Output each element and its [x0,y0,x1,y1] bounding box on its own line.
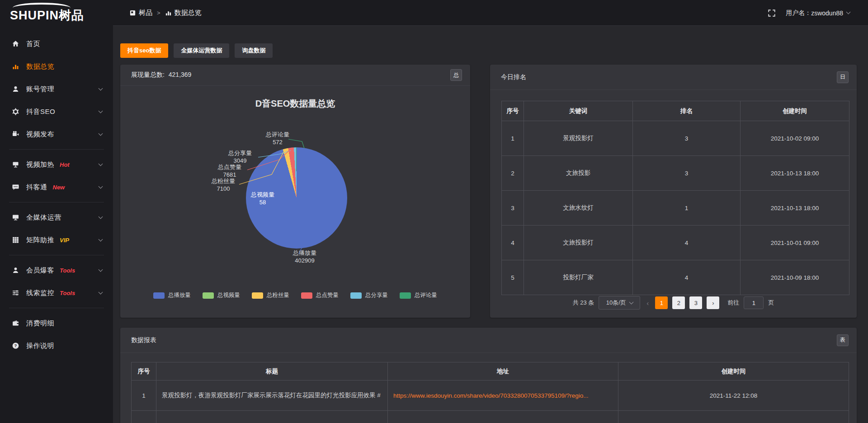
sidebar-item-douketong[interactable]: 抖客通 New [0,176,113,198]
legend-label: 总分享量 [365,291,388,299]
cell-index: 5 [502,260,524,295]
cell-keyword: 文旅投影 [524,156,633,191]
breadcrumb-root[interactable]: 树品 [129,9,152,17]
column-header: 序号 [502,101,524,121]
report-panel-title: 数据报表 [131,336,156,344]
logo-cn: 树品 [59,9,84,22]
user-area: 用户名：zswodun88 [768,0,850,26]
rank-table: 序号 关键词 排名 创建时间 1 景观投影灯 3 2021-10-02 09:0… [501,101,849,295]
pie-label-name: 总评论量 [256,131,299,139]
cell-url-link[interactable]: https://www.iesdouyin.com/share/video/70… [388,381,618,411]
sidebar-menu: 首页 数据总览 账号管理 抖音SEO 视频发布 视频加热 Hot [0,33,113,357]
sidebar-item-matrix-boost[interactable]: 矩阵助推 VIP [0,229,113,251]
pie-label-name: 总点赞量 [207,164,252,171]
pie-label-value: 7100 [202,185,245,193]
sidebar-item-video-heat[interactable]: 视频加热 Hot [0,153,113,176]
cell-rank: 3 [633,156,741,191]
logo-text: SHUPIN树品 [10,7,84,24]
new-badge: New [53,184,65,191]
bar-chart-icon [165,9,172,16]
fullscreen-icon[interactable] [768,9,776,17]
sidebar-item-video-publish[interactable]: 视频发布 [0,123,113,146]
chevron-down-icon [99,161,103,166]
legend-item-videos[interactable]: 总视频量 [203,291,240,299]
pie-label-name: 总视频量 [241,191,284,199]
impressions-panel-header: 展现量总数: 421,369 总 [120,65,470,86]
sidebar-item-consumption-detail[interactable]: 消费明细 [0,312,113,334]
chevron-down-icon [99,184,103,188]
legend-label: 总粉丝量 [267,291,289,299]
cell-keyword: 景观投影灯 [524,121,633,156]
username-label: 用户名： [786,9,811,17]
cell-created: 2021-11-22 12:08 [618,381,849,411]
next-page-button[interactable]: › [707,296,719,309]
impressions-total-value: 421,369 [169,71,192,78]
billboard-icon [12,161,20,168]
sidebar-item-data-overview[interactable]: 数据总览 [0,55,113,78]
sidebar-item-home[interactable]: 首页 [0,33,113,55]
tab-douyin-seo-data[interactable]: 抖音seo数据 [120,43,168,58]
menu-divider [9,149,104,150]
breadcrumb-current[interactable]: 数据总览 [165,9,202,17]
sidebar-item-label: 首页 [26,40,40,48]
cell-created: 2021-10-13 18:00 [741,156,849,191]
cell-created: 2021-10-13 18:00 [741,191,849,226]
legend-item-likes[interactable]: 总点赞量 [301,291,339,299]
username: zswodun88 [811,9,843,17]
tab-inquiry-data[interactable]: 询盘数据 [235,43,273,58]
table-view-button[interactable]: 表 [837,334,849,346]
cell-keyword: 文旅水纹灯 [524,191,633,226]
total-view-button[interactable]: 总 [450,69,462,81]
sidebar-item-label: 矩阵助推 [26,236,54,244]
prev-page-button[interactable]: ‹ [645,299,651,307]
sidebar: SHUPIN树品 首页 数据总览 账号管理 抖音SEO 视频发布 [0,0,113,423]
monitor-icon [12,214,20,221]
sidebar-item-media-operation[interactable]: 全媒体运营 [0,206,113,229]
cell-rank: 4 [633,260,741,295]
sidebar-item-member-burst[interactable]: 会员爆客 Tools [0,259,113,282]
cell-index: 4 [502,226,524,260]
sidebar-item-douyin-seo[interactable]: 抖音SEO [0,100,113,123]
legend-label: 总点赞量 [316,291,339,299]
sidebar-item-label: 视频加热 [26,160,54,169]
day-view-button[interactable]: 日 [837,71,849,83]
legend-item-fans[interactable]: 总粉丝量 [252,291,289,299]
chevron-down-icon [99,214,103,219]
pagination: 共 23 条 10条/页 ‹ 1 2 3 › 前往 页 [490,296,857,310]
sidebar-item-instructions[interactable]: ? 操作说明 [0,334,113,357]
goto-page-input[interactable] [744,296,764,309]
page-button-2[interactable]: 2 [672,296,685,309]
tools-badge: Tools [60,290,75,296]
column-header: 创建时间 [741,101,849,121]
tab-media-operation-data[interactable]: 全媒体运营数据 [174,43,229,58]
legend-swatch [203,292,214,299]
sidebar-item-label: 数据总览 [26,62,54,71]
column-header: 序号 [132,362,156,381]
column-header: 标题 [156,362,388,381]
cell-keyword: 投影灯厂家 [524,260,633,295]
pie-label-comments: 总评论量572 [256,131,299,146]
sidebar-item-account[interactable]: 账号管理 [0,78,113,100]
chevron-down-icon [629,300,633,304]
cell-empty [618,411,849,423]
cell-index: 1 [502,121,524,156]
cell-created: 2021-10-02 09:00 [741,121,849,156]
home-icon [12,40,20,47]
page-button-3[interactable]: 3 [689,296,702,309]
page-size-select[interactable]: 10条/页 [599,296,640,310]
legend-item-comments[interactable]: 总评论量 [400,291,437,299]
pie-label-value: 572 [256,139,299,146]
legend-item-plays[interactable]: 总播放量 [153,291,191,299]
pie-label-shares: 总分享量3049 [217,150,263,165]
username-dropdown[interactable]: 用户名：zswodun88 [786,9,850,17]
sidebar-item-label: 会员爆客 [26,266,54,275]
wallet-icon [12,320,20,327]
pie-label-value: 58 [241,199,284,207]
rank-panel: 今日排名 日 序号 关键词 排名 创建时间 1 景观投影灯 3 2021-10-… [490,65,857,318]
sidebar-item-lead-monitor[interactable]: 线索监控 Tools [0,282,113,304]
tools-badge: Tools [60,267,75,274]
movie-camera-icon [12,131,20,138]
legend-item-shares[interactable]: 总分享量 [350,291,388,299]
menu-divider [9,255,104,255]
page-button-1[interactable]: 1 [655,296,668,309]
